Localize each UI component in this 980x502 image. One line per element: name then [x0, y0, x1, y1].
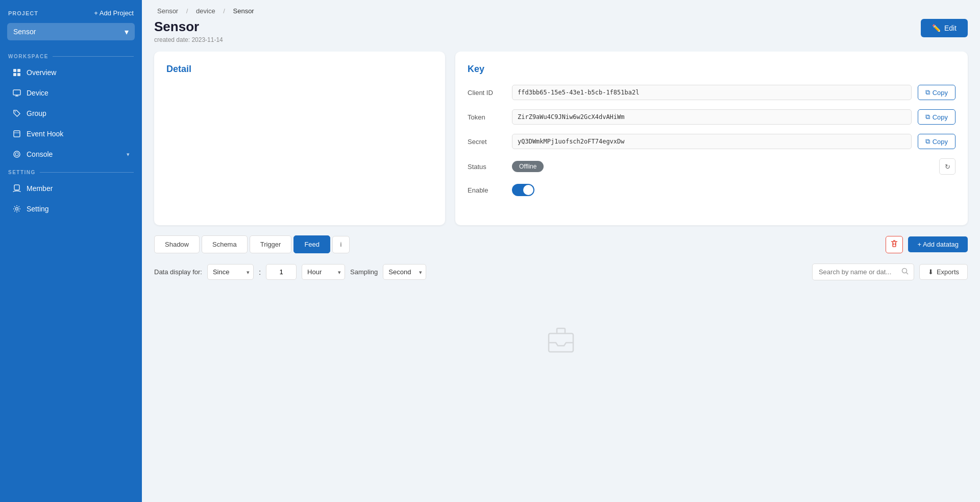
breadcrumb-part-2[interactable]: device	[196, 7, 215, 15]
detail-card-title: Detail	[166, 64, 433, 75]
tabs-left: Shadow Schema Trigger Feed i	[154, 235, 350, 253]
sidebar-item-label: Member	[27, 184, 53, 193]
data-display-row: Data display for: Since Last Between : H…	[154, 264, 968, 280]
edit-button[interactable]: ✏️ Edit	[921, 19, 968, 37]
page-subtitle: created date: 2023-11-14	[154, 36, 223, 43]
enable-toggle[interactable]	[512, 184, 534, 196]
svg-point-10	[14, 151, 20, 157]
person-icon	[12, 184, 21, 193]
since-select[interactable]: Since Last Between	[207, 264, 254, 280]
download-icon: ⬇	[928, 268, 934, 276]
breadcrumb-sep-2: /	[223, 7, 227, 15]
secret-row: Secret yQ3DWmkMPj1uofsch2oFT74egvxDw ⧉ C…	[468, 134, 955, 149]
sidebar-item-group[interactable]: Group	[3, 104, 139, 123]
number-input[interactable]	[266, 264, 297, 280]
search-right: ⬇ Exports	[812, 264, 968, 280]
project-select-container: Sensor	[7, 23, 135, 40]
exports-button[interactable]: ⬇ Exports	[919, 264, 968, 280]
breadcrumb: Sensor / device / Sensor	[142, 0, 980, 19]
svg-rect-2	[13, 73, 16, 76]
tab-schema[interactable]: Schema	[202, 235, 248, 253]
console-icon	[12, 150, 21, 159]
secret-value: yQ3DWmkMPj1uofsch2oFT74egvxDw	[512, 134, 912, 149]
svg-rect-8	[14, 131, 20, 137]
page-title-block: Sensor created date: 2023-11-14	[154, 19, 223, 43]
key-card-title: Key	[468, 64, 955, 75]
sampling-select-wrapper: Second Minute Hour	[383, 264, 426, 280]
search-input[interactable]	[819, 268, 898, 276]
sidebar-item-label: Group	[27, 109, 46, 117]
enable-row: Enable	[468, 184, 955, 196]
empty-inbox-icon	[545, 323, 577, 356]
search-icon	[901, 268, 909, 276]
token-row: Token ZirZ9aWu4C9JNiw6w2GcX4dvAHiWm ⧉ Co…	[468, 109, 955, 125]
breadcrumb-sep-1: /	[186, 7, 190, 15]
sidebar-project-header: PROJECT + Add Project	[0, 0, 142, 23]
tabs-right: + Add datatag	[886, 236, 968, 253]
gear-icon	[12, 204, 21, 213]
copy-token-button[interactable]: ⧉ Copy	[918, 109, 955, 125]
svg-point-13	[16, 208, 18, 210]
hour-select[interactable]: Hour Minute Second Day	[302, 264, 345, 280]
svg-rect-0	[13, 69, 16, 72]
status-badge: Offline	[512, 161, 544, 172]
copy-icon: ⧉	[925, 137, 930, 146]
svg-point-7	[15, 111, 16, 112]
box-icon	[12, 129, 21, 138]
sidebar-item-label: Event Hook	[27, 130, 63, 138]
colon-separator: :	[259, 268, 261, 276]
secret-label: Secret	[468, 138, 506, 146]
tab-info-button[interactable]: i	[332, 236, 350, 253]
edit-icon: ✏️	[932, 24, 941, 32]
trash-icon	[890, 240, 898, 249]
tabs-row: Shadow Schema Trigger Feed i + Add	[154, 235, 968, 253]
copy-icon: ⧉	[925, 113, 930, 121]
tag-icon	[12, 109, 21, 118]
svg-point-11	[15, 153, 18, 156]
svg-rect-3	[17, 73, 20, 76]
sidebar-item-setting[interactable]: Setting	[3, 199, 139, 219]
sampling-select[interactable]: Second Minute Hour	[383, 264, 426, 280]
project-select[interactable]: Sensor	[7, 23, 135, 40]
token-label: Token	[468, 113, 506, 121]
breadcrumb-part-1[interactable]: Sensor	[157, 7, 178, 15]
svg-point-16	[902, 269, 906, 273]
hour-select-wrapper: Hour Minute Second Day	[302, 264, 345, 280]
empty-state	[154, 293, 968, 393]
enable-label: Enable	[468, 186, 506, 194]
copy-secret-button[interactable]: ⧉ Copy	[918, 134, 955, 149]
tab-feed[interactable]: Feed	[293, 235, 330, 253]
detail-card: Detail	[154, 52, 445, 225]
sidebar-item-member[interactable]: Member	[3, 179, 139, 198]
svg-rect-1	[17, 69, 20, 72]
cards-row: Detail Key Client ID ffd3bb65-15e5-43e1-…	[154, 52, 968, 225]
chevron-down-icon: ▾	[127, 151, 130, 158]
project-select-wrap: Sensor	[0, 23, 142, 49]
grid-icon	[12, 68, 21, 77]
tab-trigger[interactable]: Trigger	[250, 235, 292, 253]
sidebar-item-event-hook[interactable]: Event Hook	[3, 124, 139, 144]
breadcrumb-part-3: Sensor	[233, 7, 254, 15]
sidebar-item-overview[interactable]: Overview	[3, 63, 139, 82]
add-project-button[interactable]: + Add Project	[94, 9, 134, 17]
sidebar-item-label: Console	[27, 150, 53, 158]
client-id-label: Client ID	[468, 89, 506, 97]
monitor-icon	[12, 88, 21, 98]
svg-line-17	[906, 273, 908, 275]
refresh-icon: ↻	[945, 163, 950, 171]
tab-shadow[interactable]: Shadow	[154, 235, 200, 253]
delete-button[interactable]	[886, 236, 903, 253]
sidebar: PROJECT + Add Project Sensor WORKSPACE O…	[0, 0, 142, 502]
refresh-status-button[interactable]: ↻	[939, 158, 955, 175]
sidebar-item-label: Device	[27, 89, 48, 97]
workspace-section-label: WORKSPACE	[0, 49, 142, 62]
sidebar-item-device[interactable]: Device	[3, 83, 139, 103]
copy-client-id-button[interactable]: ⧉ Copy	[918, 85, 955, 100]
page-title: Sensor	[154, 19, 223, 35]
token-value: ZirZ9aWu4C9JNiw6w2GcX4dvAHiWm	[512, 109, 912, 125]
sidebar-item-console[interactable]: Console ▾	[3, 145, 139, 164]
client-id-row: Client ID ffd3bb65-15e5-43e1-b5cb-1f851b…	[468, 85, 955, 100]
status-label: Status	[468, 163, 506, 171]
add-datatag-button[interactable]: + Add datatag	[908, 236, 968, 252]
project-section-label: PROJECT	[8, 10, 38, 16]
